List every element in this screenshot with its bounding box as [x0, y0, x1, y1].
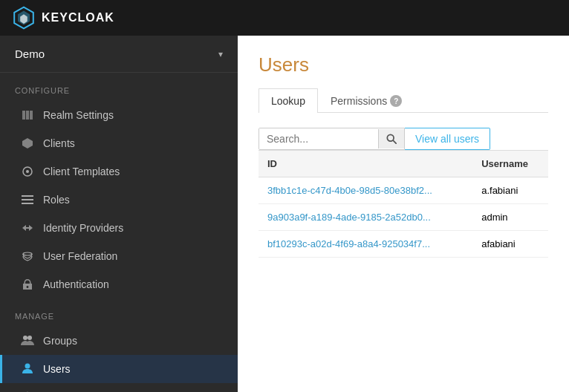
svg-rect-3	[22, 111, 25, 120]
table-row: bf10293c-a02d-4f69-a8a4-925034f7...afabi…	[259, 231, 548, 258]
roles-icon	[21, 193, 34, 206]
users-label: Users	[43, 363, 71, 375]
roles-label: Roles	[43, 194, 70, 206]
user-username-cell: admin	[472, 204, 548, 231]
user-id-cell: 9a903a9f-a189-4ade-9185-2a52db0...	[259, 204, 472, 231]
realm-name: Demo	[15, 48, 45, 60]
svg-point-11	[23, 252, 32, 255]
permissions-help-icon[interactable]: ?	[390, 95, 402, 107]
sidebar-item-realm-settings[interactable]: Realm Settings	[0, 101, 238, 129]
realm-settings-label: Realm Settings	[43, 109, 114, 121]
realm-selector[interactable]: Demo ▾	[0, 36, 238, 73]
sidebar-item-user-federation[interactable]: User Federation	[0, 242, 238, 270]
tab-lookup-label: Lookup	[271, 95, 305, 107]
user-federation-icon	[21, 249, 34, 263]
keycloak-logo-icon	[12, 6, 36, 30]
svg-point-14	[25, 364, 30, 369]
groups-icon	[21, 334, 34, 347]
clients-label: Clients	[43, 137, 75, 149]
sidebar-item-authentication[interactable]: Authentication	[0, 270, 238, 298]
sidebar-item-users[interactable]: Users	[0, 355, 238, 383]
groups-label: Groups	[43, 335, 77, 347]
table-header-row: ID Username	[259, 151, 548, 177]
main-layout: Demo ▾ Configure Realm Settings Clients …	[0, 36, 569, 392]
search-row: View all users	[259, 128, 548, 150]
tab-permissions-label: Permissions	[331, 95, 387, 107]
user-id-link[interactable]: bf10293c-a02d-4f69-a8a4-925034f7...	[267, 238, 430, 249]
svg-rect-8	[22, 195, 33, 197]
sidebar-item-roles[interactable]: Roles	[0, 186, 238, 214]
sidebar-item-identity-providers[interactable]: Identity Providers	[0, 214, 238, 242]
configure-section-label: Configure	[0, 73, 238, 101]
realm-arrow-icon: ▾	[218, 49, 223, 59]
search-button[interactable]	[378, 129, 404, 148]
user-id-cell: bf10293c-a02d-4f69-a8a4-925034f7...	[259, 231, 472, 258]
svg-point-7	[26, 170, 29, 173]
manage-section-label: Manage	[0, 298, 238, 327]
svg-point-13	[27, 336, 32, 340]
view-all-users-button[interactable]: View all users	[405, 128, 490, 150]
column-header-username: Username	[472, 151, 548, 177]
tab-permissions[interactable]: Permissions ?	[318, 88, 414, 113]
identity-providers-icon	[21, 221, 34, 235]
client-templates-icon	[21, 165, 34, 178]
user-username-cell: afabiani	[472, 231, 548, 258]
identity-providers-label: Identity Providers	[43, 222, 123, 234]
users-table: ID Username 3fbb1c1e-c47d-4b0e-98d5-80e3…	[259, 150, 548, 258]
svg-rect-5	[30, 111, 33, 120]
user-id-cell: 3fbb1c1e-c47d-4b0e-98d5-80e38bf2...	[259, 177, 472, 204]
svg-point-12	[23, 336, 27, 340]
table-row: 3fbb1c1e-c47d-4b0e-98d5-80e38bf2...a.fab…	[259, 177, 548, 204]
logo: KEYCLOAK	[12, 6, 114, 30]
user-federation-label: User Federation	[43, 250, 117, 262]
sidebar-item-clients[interactable]: Clients	[0, 129, 238, 157]
page-title: Users	[259, 53, 548, 76]
content-area: Users Lookup Permissions ?	[238, 36, 569, 392]
users-icon	[21, 362, 34, 376]
search-input[interactable]	[259, 128, 378, 149]
sidebar: Demo ▾ Configure Realm Settings Clients …	[0, 36, 238, 392]
topbar: KEYCLOAK	[0, 0, 569, 36]
logo-text: KEYCLOAK	[42, 11, 114, 24]
client-templates-label: Client Templates	[43, 166, 120, 177]
sidebar-item-groups[interactable]: Groups	[0, 327, 238, 355]
svg-rect-4	[26, 111, 29, 120]
authentication-icon	[21, 278, 34, 291]
authentication-label: Authentication	[43, 278, 109, 290]
column-header-id: ID	[259, 151, 472, 177]
sidebar-item-client-templates[interactable]: Client Templates	[0, 157, 238, 186]
svg-rect-9	[22, 199, 33, 200]
svg-rect-10	[22, 203, 33, 204]
tabs: Lookup Permissions ?	[259, 88, 548, 113]
clients-icon	[21, 137, 34, 150]
user-id-link[interactable]: 9a903a9f-a189-4ade-9185-2a52db0...	[267, 212, 431, 223]
user-id-link[interactable]: 3fbb1c1e-c47d-4b0e-98d5-80e38bf2...	[267, 185, 432, 196]
table-row: 9a903a9f-a189-4ade-9185-2a52db0...admin	[259, 204, 548, 231]
sidebar-item-sessions[interactable]: Sessions	[0, 383, 238, 392]
svg-line-17	[393, 140, 396, 143]
user-username-cell: a.fabiani	[472, 177, 548, 204]
search-wrapper	[259, 128, 405, 150]
realm-settings-icon	[21, 108, 34, 122]
tab-lookup[interactable]: Lookup	[259, 88, 318, 113]
search-icon	[386, 134, 397, 144]
